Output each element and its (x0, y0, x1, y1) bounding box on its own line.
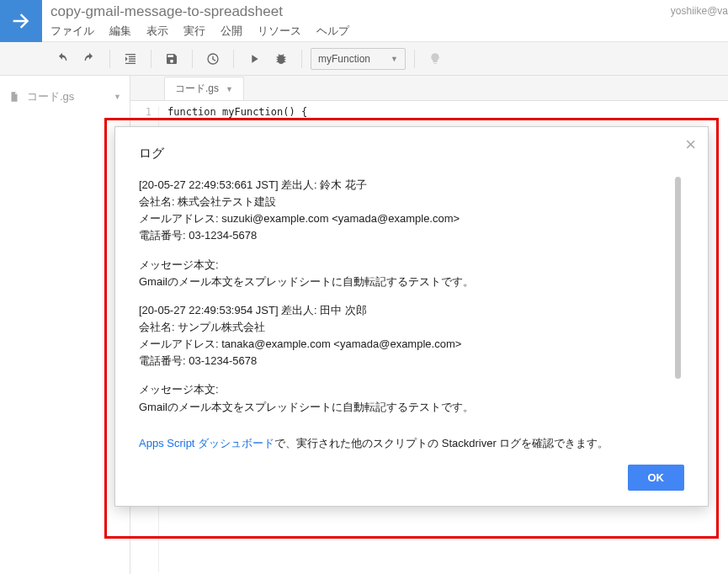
menu-publish[interactable]: 公開 (221, 24, 242, 39)
log-entry: メッセージ本文: Gmailのメール本文をスプレッドシートに自動転記するテストで… (139, 381, 684, 415)
sidebar-file-label: コード.gs (27, 89, 74, 104)
menu-file[interactable]: ファイル (50, 24, 94, 39)
menu-view[interactable]: 表示 (146, 24, 168, 39)
menu-resources[interactable]: リソース (258, 24, 301, 39)
log-entry: [20-05-27 22:49:53:954 JST] 差出人: 田中 次郎 会… (139, 302, 684, 370)
indent-icon (124, 52, 137, 66)
menubar: ファイル 編集 表示 実行 公開 リソース ヘルプ (50, 24, 349, 39)
sidebar-file-item[interactable]: コード.gs ▼ (0, 84, 130, 109)
line-number: 1 (130, 106, 159, 118)
tab-bar: コード.gs ▼ (130, 76, 728, 101)
undo-button[interactable] (50, 47, 74, 71)
dialog-footnote: Apps Script ダッシュボードで、実行された他のスクリプトの Stack… (139, 436, 684, 451)
app-header: copy-gmail-message-to-spreadsheet ファイル 編… (0, 0, 728, 42)
user-email: yoshiike@va (671, 5, 728, 17)
tab-active[interactable]: コード.gs ▼ (164, 77, 244, 100)
clock-icon (206, 52, 220, 66)
back-arrow-button[interactable] (0, 0, 42, 42)
triggers-button[interactable] (201, 47, 225, 71)
code-text: function myFunction() { (159, 106, 307, 118)
ok-button[interactable]: OK (628, 465, 685, 491)
lightbulb-button[interactable] (423, 47, 447, 71)
dialog-title: ログ (139, 146, 684, 162)
menu-help[interactable]: ヘルプ (316, 24, 349, 39)
redo-button[interactable] (77, 47, 101, 71)
log-body[interactable]: [20-05-27 22:49:53:661 JST] 差出人: 鈴木 花子 会… (139, 177, 684, 428)
caret-down-icon: ▼ (114, 93, 121, 101)
log-dialog: × ログ [20-05-27 22:49:53:661 JST] 差出人: 鈴木… (114, 126, 709, 507)
project-title[interactable]: copy-gmail-message-to-spreadsheet (50, 3, 349, 20)
undo-icon (56, 52, 69, 66)
function-select[interactable]: myFunction ▼ (311, 48, 406, 70)
toolbar: myFunction ▼ (0, 42, 728, 76)
scrollbar[interactable] (675, 177, 681, 379)
log-entry: メッセージ本文: Gmailのメール本文をスプレッドシートに自動転記するテストで… (139, 257, 684, 290)
bug-icon (274, 52, 288, 66)
menu-edit[interactable]: 編集 (109, 24, 131, 39)
close-button[interactable]: × (685, 136, 696, 154)
caret-down-icon: ▼ (226, 85, 233, 93)
debug-button[interactable] (269, 47, 293, 71)
redo-icon (82, 52, 96, 66)
arrow-right-icon (9, 9, 33, 33)
run-button[interactable] (242, 47, 266, 71)
lightbulb-icon (428, 52, 442, 66)
log-entry: [20-05-27 22:49:53:661 JST] 差出人: 鈴木 花子 会… (139, 177, 684, 245)
play-icon (247, 52, 261, 66)
dashboard-link[interactable]: Apps Script ダッシュボード (139, 437, 274, 449)
indent-button[interactable] (119, 47, 142, 71)
file-icon (8, 91, 20, 103)
caret-down-icon: ▼ (391, 55, 398, 63)
tab-label: コード.gs (175, 82, 219, 96)
save-icon (165, 52, 178, 66)
menu-run[interactable]: 実行 (183, 24, 205, 39)
function-selected-label: myFunction (318, 53, 370, 65)
save-button[interactable] (160, 47, 183, 71)
sidebar: コード.gs ▼ (0, 76, 130, 574)
